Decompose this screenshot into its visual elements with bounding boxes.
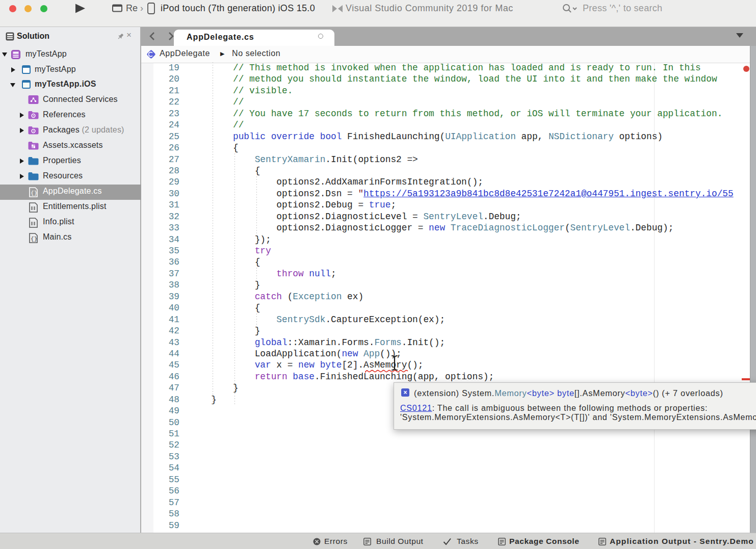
svg-text:{}: {} <box>31 190 38 196</box>
svg-text:{}: {} <box>31 236 38 242</box>
